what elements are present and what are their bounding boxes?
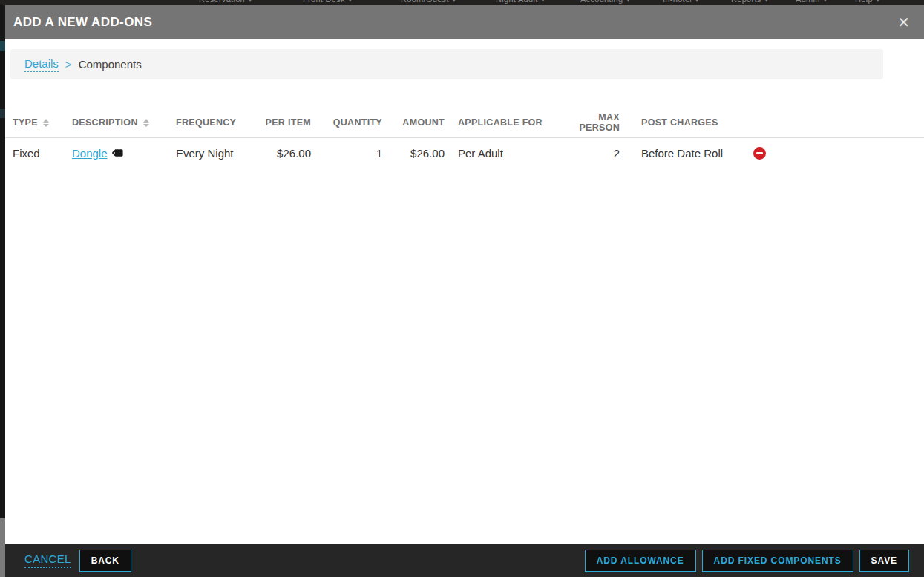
- cell-description: Dongle: [72, 147, 176, 160]
- breadcrumb-details-link[interactable]: Details: [24, 57, 59, 72]
- background-nav-item: In-hotel▾: [663, 0, 698, 4]
- breadcrumb: Details > Components: [10, 49, 883, 79]
- cell-max-person: 2: [566, 147, 620, 160]
- column-header-type[interactable]: TYPE: [13, 117, 72, 128]
- column-label: TYPE: [13, 117, 38, 128]
- chevron-down-icon: ▾: [249, 0, 252, 4]
- components-table: TYPE DESCRIPTION FREQUENCY PER ITEM QUAN…: [5, 108, 924, 168]
- description-link[interactable]: Dongle: [72, 147, 108, 160]
- column-header-post-charges: POST CHARGES: [620, 117, 753, 128]
- background-page-edge: [0, 109, 5, 118]
- cell-per-item: $26.00: [252, 147, 311, 160]
- background-nav-item: Reservation▾: [199, 0, 252, 4]
- breadcrumb-separator: >: [65, 58, 72, 71]
- column-header-frequency: FREQUENCY: [176, 117, 252, 128]
- background-page-edge: [0, 41, 5, 51]
- background-page-left-strip: [0, 5, 5, 577]
- cell-type: Fixed: [13, 147, 72, 160]
- back-button[interactable]: BACK: [79, 550, 131, 572]
- background-page-edge: [0, 518, 5, 577]
- cell-applicable-for: Per Adult: [445, 147, 566, 160]
- table-row: Fixed Dongle Every Night $26.00 1 $26.00…: [5, 138, 924, 168]
- add-fixed-components-button[interactable]: ADD FIXED COMPONENTS: [702, 550, 853, 572]
- chevron-down-icon: ▾: [765, 0, 768, 4]
- column-header-max-person: MAX PERSON: [566, 112, 620, 133]
- column-header-description[interactable]: DESCRIPTION: [72, 117, 176, 128]
- modal-header: ADD A NEW ADD-ONS ✕: [5, 5, 924, 39]
- chevron-down-icon: ▾: [626, 0, 629, 4]
- background-nav-item: Room/Guest▾: [401, 0, 456, 4]
- close-icon[interactable]: ✕: [894, 13, 913, 31]
- chevron-down-icon: ▾: [824, 0, 827, 4]
- cell-post-charges: Before Date Roll: [620, 147, 753, 160]
- background-nav-item: Admin▾: [796, 0, 827, 4]
- cell-quantity: 1: [311, 147, 382, 160]
- add-addons-modal: ADD A NEW ADD-ONS ✕ Details > Components…: [5, 5, 924, 577]
- add-allowance-button[interactable]: ADD ALLOWANCE: [585, 550, 696, 572]
- background-nav-item: Help▾: [855, 0, 879, 4]
- column-header-amount: AMOUNT: [382, 117, 445, 128]
- chevron-down-icon: ▾: [349, 0, 352, 4]
- modal-body: Details > Components TYPE DESCRIPTION FR…: [5, 39, 924, 544]
- cell-actions: [753, 147, 786, 160]
- column-label: DESCRIPTION: [72, 117, 138, 128]
- cell-amount: $26.00: [382, 147, 445, 160]
- remove-minus-icon[interactable]: [753, 147, 766, 160]
- chevron-down-icon: ▾: [453, 0, 456, 4]
- tag-icon: [110, 145, 127, 162]
- background-nav-item: Front Desk▾: [303, 0, 352, 4]
- sort-arrows-icon[interactable]: [43, 119, 49, 127]
- chevron-down-icon: ▾: [877, 0, 879, 4]
- background-page-top-strip: Reservation▾ Front Desk▾ Room/Guest▾ Nig…: [0, 0, 924, 5]
- breadcrumb-current-components: Components: [79, 58, 142, 71]
- table-header-row: TYPE DESCRIPTION FREQUENCY PER ITEM QUAN…: [5, 108, 924, 138]
- column-header-quantity: QUANTITY: [311, 117, 382, 128]
- background-nav-item: Night Audit▾: [496, 0, 545, 4]
- column-header-applicable-for: APPLICABLE FOR: [445, 117, 566, 128]
- background-nav-item: Accounting▾: [580, 0, 630, 4]
- cell-frequency: Every Night: [176, 147, 252, 160]
- column-header-per-item: PER ITEM: [252, 117, 311, 128]
- cancel-button[interactable]: CANCEL: [24, 552, 71, 568]
- save-button[interactable]: SAVE: [859, 550, 909, 572]
- modal-footer: CANCEL BACK ADD ALLOWANCE ADD FIXED COMP…: [5, 544, 924, 577]
- chevron-down-icon: ▾: [542, 0, 545, 4]
- sort-arrows-icon[interactable]: [143, 119, 149, 127]
- background-nav-item: Reports▾: [731, 0, 768, 4]
- modal-title: ADD A NEW ADD-ONS: [13, 15, 152, 30]
- chevron-down-icon: ▾: [695, 0, 698, 4]
- footer-action-buttons: ADD ALLOWANCE ADD FIXED COMPONENTS SAVE: [585, 550, 909, 572]
